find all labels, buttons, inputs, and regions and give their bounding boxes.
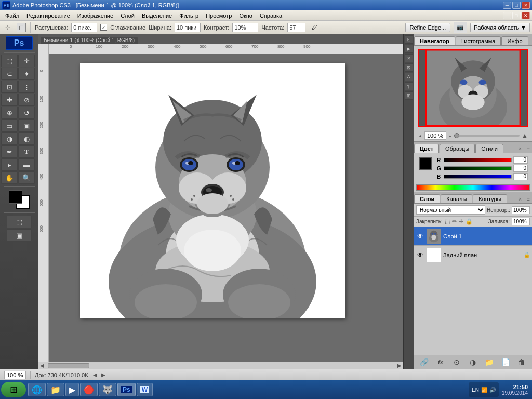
taskbar-explorer[interactable]: 📁	[47, 383, 64, 396]
vert-btn-1[interactable]: ⊡	[405, 35, 413, 44]
status-arrow-left[interactable]: ◀	[93, 372, 97, 378]
layer-bg-visibility-icon[interactable]: 👁	[416, 251, 424, 259]
blur-tool[interactable]: ◑	[1, 132, 18, 145]
layer-1-item[interactable]: 👁 Слой 1	[414, 227, 532, 246]
width-value[interactable]: 10 пики	[175, 23, 201, 32]
red-slider[interactable]	[444, 158, 512, 162]
fill-input[interactable]	[512, 218, 530, 225]
green-slider[interactable]	[444, 166, 512, 170]
menu-image[interactable]: Изображение	[74, 12, 116, 19]
swatches-tab[interactable]: Образцы	[440, 144, 475, 153]
taskbar-media[interactable]: ▶	[65, 383, 79, 396]
canvas-area[interactable]: 0 100 200 300 400 500 600 700 800 900 0 …	[38, 44, 403, 362]
fill-tool[interactable]: ▣	[18, 119, 35, 132]
history-brush-tool[interactable]: ↺	[18, 107, 35, 119]
opacity-input[interactable]	[512, 206, 530, 214]
layers-tab[interactable]: Слои	[414, 194, 440, 203]
panel-minimize-btn[interactable]: ─	[503, 12, 511, 19]
blue-value[interactable]: 0	[513, 173, 528, 180]
taskbar-word[interactable]: W	[137, 383, 153, 396]
start-button[interactable]: ⊞	[1, 382, 26, 397]
blend-mode-select[interactable]: Нормальный	[416, 205, 485, 215]
status-zoom[interactable]: 100 %	[4, 371, 26, 379]
lock-image-icon[interactable]: ✏	[452, 218, 457, 225]
lock-transparent-icon[interactable]: ⬚	[445, 218, 450, 225]
paths-tab[interactable]: Контуры	[473, 194, 507, 203]
document-tab[interactable]: Безымени-1 @ 100% (Слой 1, RGB/8)	[41, 37, 138, 44]
vert-btn-3[interactable]: ✕	[405, 54, 413, 62]
taskbar-photoshop[interactable]: Ps	[117, 383, 136, 396]
close-button[interactable]: ✕	[522, 2, 530, 9]
crop-tool[interactable]: ⊡	[1, 81, 18, 93]
scroll-right-arrow[interactable]: ▶	[396, 363, 403, 368]
histogram-tab[interactable]: Гистограмма	[456, 36, 501, 45]
navigator-close-btn[interactable]: ×	[529, 37, 532, 45]
scroll-thumb-h[interactable]	[48, 363, 89, 368]
foreground-color-swatch[interactable]	[9, 190, 22, 204]
type-tool[interactable]: T	[18, 145, 35, 158]
layer-fx-btn[interactable]: fx	[435, 357, 446, 367]
new-group-btn[interactable]: 📁	[484, 357, 495, 367]
heal-tool[interactable]: ✚	[1, 94, 18, 106]
layer-background-item[interactable]: 👁 Задний план 🔒	[414, 246, 532, 264]
shape-tool[interactable]: ▬	[18, 158, 35, 171]
styles-tab[interactable]: Стили	[475, 144, 503, 153]
green-value[interactable]: 0	[513, 165, 528, 172]
scroll-left-arrow[interactable]: ◀	[38, 363, 46, 368]
menu-view[interactable]: Просмотр	[203, 12, 235, 19]
color-close-btn[interactable]: ×	[515, 145, 525, 153]
zoom-slider[interactable]	[454, 135, 520, 137]
channels-tab[interactable]: Каналы	[441, 194, 472, 203]
menu-filter[interactable]: Фильтр	[176, 12, 202, 19]
lasso-tool[interactable]: ⊂	[1, 68, 18, 80]
path-select-tool[interactable]: ▸	[1, 158, 18, 171]
vert-btn-5[interactable]: A	[405, 73, 413, 81]
menu-select[interactable]: Выделение	[139, 12, 175, 19]
minimize-button[interactable]: ─	[503, 2, 511, 9]
panel-restore-btn[interactable]: □	[512, 12, 521, 19]
pen-tool[interactable]: ✒	[1, 145, 18, 158]
ps-toolbar-logo[interactable]: Ps	[6, 36, 33, 50]
adjustment-layer-btn[interactable]: ◑	[468, 357, 478, 367]
navigator-zoom-display[interactable]: 100 %	[424, 131, 446, 140]
vert-btn-7[interactable]: ⊞	[405, 91, 413, 100]
new-layer-btn[interactable]: 📄	[500, 357, 511, 367]
menu-layer[interactable]: Слой	[117, 12, 138, 19]
mask-mode-btn[interactable]: ⬚	[7, 216, 32, 228]
taskbar-app1[interactable]: 🔴	[80, 383, 98, 396]
link-layers-btn[interactable]: 🔗	[419, 357, 430, 367]
color-menu-btn[interactable]: ≡	[525, 145, 532, 153]
contrast-value[interactable]: 10%	[232, 23, 258, 32]
delete-layer-btn[interactable]: 🗑	[516, 357, 527, 367]
menu-edit[interactable]: Редактирование	[23, 12, 73, 19]
vert-btn-4[interactable]: ⊠	[405, 63, 413, 72]
freq-value[interactable]: 57	[287, 23, 305, 32]
dodge-tool[interactable]: ◐	[18, 132, 35, 145]
canvas-horizontal-scrollbar[interactable]: ◀ ▶	[38, 362, 403, 369]
taskbar-wolf-app[interactable]: 🐺	[99, 383, 116, 396]
screen-mode-btn[interactable]: ▣	[7, 229, 32, 242]
layer-1-visibility-icon[interactable]: 👁	[416, 232, 424, 241]
quick-select-tool[interactable]: ✦	[18, 68, 35, 80]
color-tab[interactable]: Цвет	[414, 144, 439, 153]
lock-all-icon[interactable]: 🔒	[466, 218, 473, 225]
status-arrow-right[interactable]: ▶	[101, 372, 105, 378]
color-spectrum-bar[interactable]	[416, 184, 530, 191]
menu-window[interactable]: Окно	[236, 12, 256, 19]
vert-btn-2[interactable]: ▶	[405, 45, 413, 53]
selection-tool[interactable]: ⬚	[1, 55, 18, 67]
maximize-button[interactable]: □	[512, 2, 521, 9]
eraser-tool[interactable]: ▭	[1, 119, 18, 132]
move-tool[interactable]: ✛	[18, 55, 35, 67]
panel-close-btn[interactable]: ✕	[522, 12, 530, 19]
clone-tool[interactable]: ⊕	[1, 107, 18, 119]
lock-position-icon[interactable]: ✛	[459, 218, 463, 225]
menu-file[interactable]: Файл	[2, 12, 22, 19]
menu-help[interactable]: Справка	[257, 12, 285, 19]
vert-btn-6[interactable]: ¶	[405, 82, 413, 90]
add-mask-btn[interactable]: ⊙	[451, 357, 462, 367]
brush-tool[interactable]: ⊘	[18, 94, 35, 106]
color-swatch-fg[interactable]	[419, 157, 432, 170]
info-tab[interactable]: Инфо	[501, 36, 528, 45]
zoom-tool[interactable]: 🔍	[18, 171, 35, 184]
